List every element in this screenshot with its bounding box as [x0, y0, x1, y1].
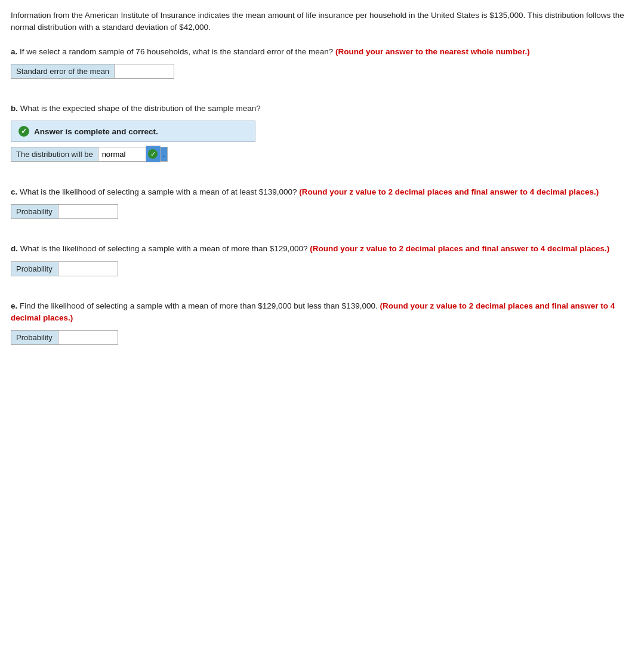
dist-label: The distribution will be: [11, 147, 98, 162]
sem-input[interactable]: [115, 64, 174, 79]
prob-c-input[interactable]: [58, 204, 118, 219]
question-b-text: What is the expected shape of the distri…: [20, 104, 261, 113]
dist-check-icon: ✓: [148, 149, 158, 159]
question-e-letter: e.: [11, 301, 17, 310]
question-e-input-row: Probability: [11, 330, 624, 345]
correct-banner: ✓ Answer is complete and correct.: [11, 121, 255, 142]
sem-label: Standard error of the mean: [11, 64, 115, 79]
prob-d-label: Probability: [11, 261, 58, 276]
question-c-letter: c.: [11, 187, 17, 196]
question-b-label: b. What is the expected shape of the dis…: [11, 103, 624, 115]
question-b-block: b. What is the expected shape of the dis…: [11, 103, 624, 162]
question-c-block: c. What is the likelihood of selecting a…: [11, 186, 624, 219]
dist-check-container: ✓: [146, 146, 161, 162]
question-a-block: a. If we select a random sample of 76 ho…: [11, 46, 624, 79]
question-a-input-row: Standard error of the mean: [11, 64, 624, 79]
question-d-text: What is the likelihood of selecting a sa…: [20, 244, 308, 253]
dist-dot: .: [161, 147, 168, 162]
question-e-block: e. Find the likelihood of selecting a sa…: [11, 300, 624, 346]
correct-check-icon: ✓: [19, 126, 29, 137]
correct-banner-text: Answer is complete and correct.: [34, 127, 158, 136]
prob-c-label: Probability: [11, 204, 58, 219]
question-a-letter: a.: [11, 47, 17, 56]
dist-input[interactable]: [98, 147, 146, 162]
question-d-letter: d.: [11, 244, 18, 253]
question-a-highlight: (Round your answer to the nearest whole …: [335, 47, 530, 56]
prob-d-input[interactable]: [58, 261, 118, 276]
question-a-label: a. If we select a random sample of 76 ho…: [11, 46, 624, 58]
question-d-block: d. What is the likelihood of selecting a…: [11, 243, 624, 276]
intro-text: Information from the American Institute …: [11, 10, 624, 34]
question-e-text: Find the likelihood of selecting a sampl…: [20, 301, 378, 310]
question-c-text: What is the likelihood of selecting a sa…: [20, 187, 297, 196]
question-c-input-row: Probability: [11, 204, 624, 219]
question-d-input-row: Probability: [11, 261, 624, 276]
question-e-label: e. Find the likelihood of selecting a sa…: [11, 300, 624, 325]
question-d-label: d. What is the likelihood of selecting a…: [11, 243, 624, 255]
question-c-label: c. What is the likelihood of selecting a…: [11, 186, 624, 198]
question-b-letter: b.: [11, 104, 18, 113]
question-d-highlight: (Round your z value to 2 decimal places …: [310, 244, 609, 253]
distribution-row: The distribution will be ✓ .: [11, 146, 624, 162]
prob-e-label: Probability: [11, 330, 58, 345]
question-c-highlight: (Round your z value to 2 decimal places …: [299, 187, 599, 196]
prob-e-input[interactable]: [58, 330, 118, 345]
question-a-body: If we select a random sample of 76 house…: [20, 47, 333, 56]
